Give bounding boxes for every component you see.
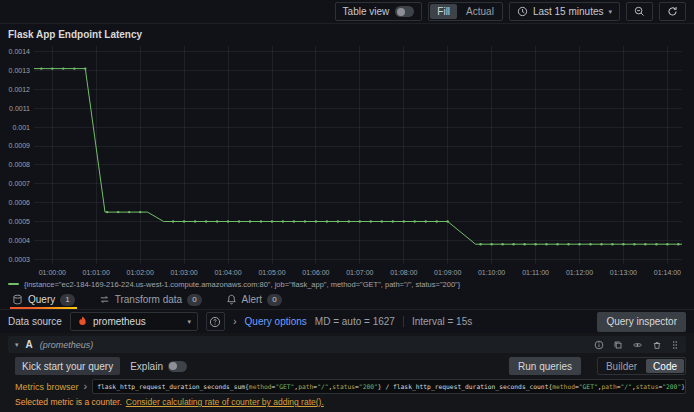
datasource-label: Data source xyxy=(8,316,62,327)
svg-text:0.0008: 0.0008 xyxy=(9,161,31,168)
svg-text:0.0011: 0.0011 xyxy=(9,105,30,112)
panel-title: Flask App Endpoint Latency xyxy=(8,28,690,42)
top-toolbar: Table view Fill Actual Last 15 minutes ▾ xyxy=(0,0,694,24)
bell-icon xyxy=(226,294,237,305)
legend: {instance="ec2-184-169-216-224.us-west-1… xyxy=(8,278,690,290)
builder-option[interactable]: Builder xyxy=(598,358,645,374)
svg-text:0.0004: 0.0004 xyxy=(9,237,31,244)
tab-alert-label: Alert xyxy=(242,294,263,305)
svg-text:01:07:00: 01:07:00 xyxy=(346,269,373,276)
chevron-down-icon: ▾ xyxy=(187,318,191,325)
hide-query-eye-icon[interactable] xyxy=(632,340,643,350)
duplicate-query-icon[interactable] xyxy=(613,340,623,350)
legend-series-label[interactable]: {instance="ec2-184-169-216-224.us-west-1… xyxy=(24,280,460,289)
zoom-out-button[interactable] xyxy=(626,2,653,21)
tab-query[interactable]: Query 1 xyxy=(10,290,77,309)
svg-text:01:08:00: 01:08:00 xyxy=(390,269,417,276)
svg-text:01:10:00: 01:10:00 xyxy=(478,269,505,276)
svg-text:01:13:00: 01:13:00 xyxy=(610,269,637,276)
clock-icon xyxy=(517,6,528,17)
query-inspector-button[interactable]: Query inspector xyxy=(597,312,686,332)
query-row-header[interactable]: ▾ A (prometheus) xyxy=(8,336,686,353)
fill-actual-group: Fill Actual xyxy=(428,2,503,21)
svg-text:0.0014: 0.0014 xyxy=(9,48,31,55)
query-editor: ▾ A (prometheus) Kick start your query E… xyxy=(0,333,694,412)
warning-rate-link[interactable]: Consider calculating rate of counter by … xyxy=(126,397,324,407)
drag-handle-icon[interactable] xyxy=(671,340,679,350)
kick-start-query-button[interactable]: Kick start your query xyxy=(15,357,120,375)
time-range-label: Last 15 minutes xyxy=(533,6,604,17)
svg-text:0.0007: 0.0007 xyxy=(9,180,31,187)
swap-arrows-icon xyxy=(99,294,110,305)
chevron-right-icon: › xyxy=(84,381,88,392)
query-datasource-hint: (prometheus) xyxy=(40,340,94,350)
query-ref-id: A xyxy=(26,339,33,350)
tab-query-count: 1 xyxy=(60,294,74,306)
chevron-right-icon: › xyxy=(233,316,237,327)
promql-editor-row: Metrics browser › flask_http_request_dur… xyxy=(15,379,686,394)
remove-query-trash-icon[interactable] xyxy=(652,340,662,350)
info-circle-icon[interactable] xyxy=(594,340,604,350)
svg-text:01:00:00: 01:00:00 xyxy=(39,269,66,276)
chevron-down-icon: ▾ xyxy=(608,8,612,15)
grafana-panel-edit-screen: { "header": { "table_view_label": "Table… xyxy=(0,0,694,412)
datasource-select[interactable]: prometheus ▾ xyxy=(70,312,198,331)
metrics-browser-toggle[interactable]: Metrics browser xyxy=(15,382,79,392)
warning-text: Selected metric is a counter. xyxy=(15,397,122,407)
question-circle-icon xyxy=(209,316,221,328)
svg-text:01:02:00: 01:02:00 xyxy=(127,269,154,276)
query-toolbar: Kick start your query Explain Run querie… xyxy=(15,357,686,375)
promql-query-input[interactable]: flask_http_request_duration_seconds_sum{… xyxy=(92,379,686,394)
table-view-control[interactable]: Table view xyxy=(335,2,423,21)
divider xyxy=(403,316,404,327)
svg-text:01:09:00: 01:09:00 xyxy=(434,269,461,276)
tab-transform-data[interactable]: Transform data 0 xyxy=(97,290,204,309)
svg-text:01:14:00: 01:14:00 xyxy=(654,269,681,276)
datasource-row: Data source prometheus ▾ › Query options… xyxy=(0,310,694,333)
svg-text:0.0005: 0.0005 xyxy=(9,218,31,225)
viz-panel: Flask App Endpoint Latency 0.00140.00130… xyxy=(0,24,694,290)
table-view-toggle[interactable] xyxy=(395,6,414,17)
builder-code-switch: Builder Code xyxy=(597,357,686,375)
query-options-md: MD = auto = 1627 xyxy=(315,316,395,327)
panel-edit-tabs: Query 1 Transform data 0 Alert 0 xyxy=(0,290,694,310)
legend-color-swatch xyxy=(8,283,19,285)
fill-option[interactable]: Fill xyxy=(430,4,457,19)
tab-transform-label: Transform data xyxy=(115,294,182,305)
svg-text:01:01:00: 01:01:00 xyxy=(83,269,110,276)
query-options-toggle[interactable]: Query options xyxy=(245,316,307,327)
svg-text:01:11:00: 01:11:00 xyxy=(522,269,549,276)
explain-control: Explain xyxy=(130,361,187,372)
svg-text:01:04:00: 01:04:00 xyxy=(214,269,241,276)
datasource-help-button[interactable] xyxy=(206,312,225,331)
svg-text:01:06:00: 01:06:00 xyxy=(302,269,329,276)
toggle-knob xyxy=(169,362,177,370)
tab-alert[interactable]: Alert 0 xyxy=(224,290,284,309)
time-series-chart[interactable]: 0.00140.00130.00120.00110.0010.00090.000… xyxy=(8,42,690,278)
prometheus-icon xyxy=(77,316,88,327)
query-row-actions xyxy=(594,340,679,350)
zoom-out-icon xyxy=(634,6,645,17)
svg-text:01:05:00: 01:05:00 xyxy=(258,269,285,276)
collapse-chevron-icon[interactable]: ▾ xyxy=(15,341,19,348)
tab-transform-count: 0 xyxy=(187,294,201,306)
table-view-label: Table view xyxy=(343,6,390,17)
refresh-icon xyxy=(667,6,678,17)
tab-alert-count: 0 xyxy=(267,294,281,306)
code-option[interactable]: Code xyxy=(646,359,684,373)
svg-text:0.0012: 0.0012 xyxy=(9,86,31,93)
svg-text:01:12:00: 01:12:00 xyxy=(566,269,593,276)
datasource-value: prometheus xyxy=(93,316,146,327)
svg-text:01:03:00: 01:03:00 xyxy=(170,269,197,276)
explain-toggle[interactable] xyxy=(168,361,187,372)
svg-text:0.0009: 0.0009 xyxy=(9,142,31,149)
run-queries-button[interactable]: Run queries xyxy=(509,357,581,375)
toggle-knob xyxy=(397,8,405,16)
actual-option[interactable]: Actual xyxy=(458,3,502,20)
svg-text:0.0003: 0.0003 xyxy=(9,256,31,263)
refresh-button[interactable] xyxy=(659,2,686,21)
query-options-interval: Interval = 15s xyxy=(412,316,472,327)
time-range-picker[interactable]: Last 15 minutes ▾ xyxy=(509,2,620,21)
counter-warning: Selected metric is a counter.Consider ca… xyxy=(15,397,686,407)
explain-label: Explain xyxy=(130,361,163,372)
